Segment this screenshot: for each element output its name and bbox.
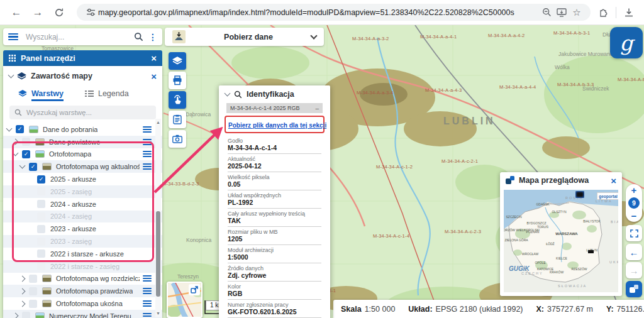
layer-row[interactable]: 2024 - zasięg xyxy=(3,211,162,223)
screenshot-tool-button[interactable] xyxy=(169,130,186,148)
chevron-right-icon[interactable] xyxy=(19,300,26,307)
browser-back-icon[interactable]: ← xyxy=(8,4,25,21)
layer-row[interactable]: ✓2025 - arkusze xyxy=(3,173,162,185)
layer-checkbox[interactable]: ✓ xyxy=(29,163,37,171)
chevron-right-icon[interactable] xyxy=(13,313,19,318)
chevron-down-icon[interactable] xyxy=(13,150,19,156)
expand-basemap-icon[interactable] xyxy=(189,284,200,295)
download-data-menu[interactable]: Pobierz dane xyxy=(165,28,324,46)
previous-view-button[interactable]: ← xyxy=(626,244,642,260)
layer-row[interactable]: 2022 i starsze - zasięg xyxy=(3,260,162,273)
geoportal-logo-button[interactable]: g xyxy=(610,27,643,58)
close-content-icon[interactable]: × xyxy=(151,72,157,81)
layer-row[interactable]: ✓Ortofotomapa xyxy=(3,148,162,161)
chevron-down-icon[interactable] xyxy=(6,125,13,131)
next-view-button[interactable]: → xyxy=(626,262,642,278)
chevron-right-icon[interactable] xyxy=(19,276,26,282)
layer-checkbox[interactable] xyxy=(37,262,45,270)
layer-row[interactable]: Ortofotomapa ukośna xyxy=(3,297,162,310)
layer-checkbox[interactable] xyxy=(29,275,37,283)
zoom-out-page-icon[interactable] xyxy=(539,5,554,20)
layer-row[interactable]: ✓Ortofotomapa wg aktualności xyxy=(3,160,162,173)
overview-header[interactable]: Mapa przeglądowa × xyxy=(500,172,622,189)
layer-checkbox[interactable] xyxy=(29,287,37,295)
layer-row[interactable]: Dane powiatowe xyxy=(3,136,162,148)
identify-tool-button[interactable] xyxy=(169,91,186,109)
tool-panel-header[interactable]: Panel narzędzi × xyxy=(3,50,162,66)
send-to-device-icon[interactable] xyxy=(554,5,569,20)
report-tool-button[interactable] xyxy=(169,111,186,128)
tab-warstwy[interactable]: Warstwy xyxy=(18,89,64,101)
panel-scrollbar[interactable]: ▲ ▼ xyxy=(155,119,161,317)
scrollbar-thumb[interactable] xyxy=(156,211,160,297)
tab-legenda[interactable]: Legenda xyxy=(85,89,129,101)
downloads-icon[interactable] xyxy=(621,5,636,20)
layer-checkbox[interactable]: ✓ xyxy=(16,125,24,133)
identify-header[interactable]: Identyfikacja xyxy=(219,85,330,102)
map-content-header[interactable]: Zawartość mapy × xyxy=(3,68,162,84)
fullscreen-button[interactable] xyxy=(626,225,642,241)
menu-hamburger-icon[interactable] xyxy=(8,33,18,40)
layer-checkbox[interactable] xyxy=(29,300,37,308)
layer-menu-icon[interactable] xyxy=(143,151,152,157)
bookmark-star-icon[interactable]: ☆ xyxy=(569,5,584,20)
zoom-in-button[interactable]: + xyxy=(631,186,637,194)
layer-checkbox[interactable] xyxy=(37,249,45,258)
layer-row[interactable]: 2024 - arkusze xyxy=(3,198,162,211)
layer-checkbox[interactable] xyxy=(37,212,45,221)
layer-checkbox[interactable] xyxy=(22,312,30,318)
browser-reload-icon[interactable] xyxy=(50,4,68,21)
layer-menu-icon[interactable] xyxy=(143,288,152,294)
layer-row[interactable]: 2025 - zasięg xyxy=(3,185,162,198)
chevron-down-icon[interactable] xyxy=(225,90,231,97)
layer-menu-icon[interactable] xyxy=(143,139,152,145)
scroll-up-icon[interactable]: ▲ xyxy=(155,120,161,124)
minimize-icon[interactable]: – xyxy=(315,105,319,112)
chevron-down-icon[interactable] xyxy=(8,72,14,79)
extensions-icon[interactable] xyxy=(596,5,611,20)
scroll-down-icon[interactable]: ▼ xyxy=(155,311,161,315)
layer-row[interactable]: 2023 - arkusze xyxy=(3,222,162,235)
layer-checkbox[interactable] xyxy=(37,187,45,195)
layer-menu-icon[interactable] xyxy=(143,163,152,170)
layer-row[interactable]: Ortofotomapa wg rozdzielczości xyxy=(3,273,162,285)
basemap-switcher-thumbnail[interactable] xyxy=(167,282,203,318)
layer-row[interactable]: 2022 i starsze - arkusze xyxy=(3,248,162,260)
layer-checkbox[interactable]: ✓ xyxy=(22,150,30,158)
layer-row[interactable]: ✓Dane do pobrania xyxy=(3,123,162,136)
browser-forward-icon[interactable]: → xyxy=(29,4,47,21)
address-bar[interactable]: mapy.geoportal.gov.pl/imapnext/imap/inde… xyxy=(77,4,591,21)
layer-menu-icon[interactable] xyxy=(143,275,152,282)
layer-search-field[interactable]: Wyszukaj warstwę... xyxy=(9,106,156,119)
close-overview-icon[interactable]: × xyxy=(611,176,616,185)
layer-row[interactable]: Numeryczny Model Terenu xyxy=(3,310,162,318)
url-text[interactable]: mapy.geoportal.gov.pl/imapnext/imap/inde… xyxy=(98,8,539,17)
layer-checkbox[interactable] xyxy=(37,200,45,208)
chevron-right-icon[interactable] xyxy=(13,139,19,145)
layers-tool-button[interactable] xyxy=(169,52,186,70)
map-search-input[interactable]: Wyszukaj... xyxy=(26,33,134,41)
chevron-down-icon[interactable] xyxy=(19,163,26,169)
download-section-link[interactable]: Pobierz plik danych dla tej sekcji xyxy=(228,122,326,129)
layer-checkbox[interactable] xyxy=(37,225,45,233)
zoom-out-button[interactable]: − xyxy=(631,212,637,220)
layer-row[interactable]: 2023 - zasięg xyxy=(3,235,162,248)
map-search-bar[interactable]: Wyszukaj... ⋮ xyxy=(3,28,162,45)
print-tool-button[interactable] xyxy=(169,72,186,89)
identify-section-bar[interactable]: M-34-34-A-c-1-4 2025 RGB – xyxy=(226,103,323,113)
layer-row[interactable]: Ortofotomapa prawdziwa xyxy=(3,285,162,297)
layer-checkbox[interactable]: ✓ xyxy=(37,175,45,184)
layer-menu-icon[interactable] xyxy=(143,313,152,318)
layer-menu-icon[interactable] xyxy=(143,300,152,307)
layer-menu-icon[interactable] xyxy=(143,126,152,133)
layer-checkbox[interactable] xyxy=(22,138,30,146)
layer-label: Ortofotomapa xyxy=(49,150,91,158)
close-panel-icon[interactable]: × xyxy=(151,53,157,63)
site-settings-icon[interactable] xyxy=(83,5,98,20)
chevron-right-icon[interactable] xyxy=(19,288,26,294)
search-icon[interactable] xyxy=(134,32,143,41)
overview-map[interactable]: GDAŃSKOLSZTYNSZCZECINBIAŁYSTOKBYDGOSZCZT… xyxy=(504,190,618,292)
more-options-icon[interactable]: ⋮ xyxy=(148,32,157,42)
overview-toggle-button[interactable] xyxy=(626,281,642,297)
layer-checkbox[interactable] xyxy=(37,238,45,246)
